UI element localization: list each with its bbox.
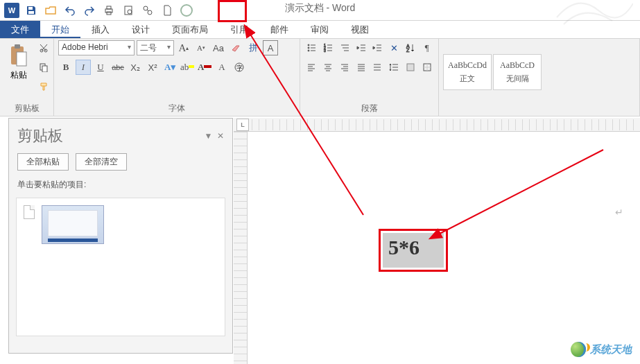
print-icon[interactable] [100,1,118,19]
selected-text: 5*6 [383,233,444,262]
increase-indent-icon[interactable] [370,40,385,55]
change-case-icon[interactable]: Aa [211,40,226,55]
paste-button[interactable]: 粘贴 [4,40,33,84]
enclose-char-icon[interactable]: 字 [232,60,247,75]
group-paragraph: 123 ✕ AZ ¶ 段落 [300,39,439,116]
svg-rect-27 [407,64,414,71]
shading-icon[interactable] [404,60,418,75]
shrink-font-icon[interactable]: A▾ [193,40,209,55]
format-painter-icon[interactable] [36,79,51,94]
title-bar: W 演示文档 - Word [0,0,640,21]
line-spacing-icon[interactable] [387,60,401,75]
clipboard-hint: 单击要粘贴的项目: [9,176,232,193]
clip-page-icon [24,205,35,219]
distribute-icon[interactable] [370,60,385,75]
tab-view[interactable]: 视图 [340,21,380,38]
text-effects-icon[interactable]: A▾ [162,60,178,75]
ribbon: 粘贴 剪贴板 Adobe Hebri 二号 A▴ A▾ Aa 拼 A [0,39,640,116]
svg-rect-0 [28,7,33,10]
phonetic-guide-icon[interactable]: 拼 [245,40,261,55]
tab-mailings[interactable]: 邮件 [259,21,300,38]
svg-rect-1 [28,11,34,14]
svg-point-19 [308,44,309,46]
cut-icon[interactable] [36,40,51,55]
style-no-spacing[interactable]: AaBbCcD 无间隔 [493,54,542,90]
font-family-select[interactable]: Adobe Hebri [58,40,135,55]
bullets-icon[interactable] [304,40,319,55]
borders-icon[interactable] [420,60,434,75]
tab-insert[interactable]: 插入 [80,21,121,38]
svg-rect-3 [107,6,111,9]
document-title: 演示文档 - Word [285,2,356,15]
pane-close-icon[interactable]: ✕ [217,131,224,141]
word-app-icon[interactable]: W [3,1,21,19]
horizontal-ruler[interactable]: L [234,118,640,132]
group-clipboard: 粘贴 剪贴板 [0,39,54,116]
tab-file[interactable]: 文件 [0,21,40,38]
font-size-select[interactable]: 二号 [137,40,174,55]
underline-button[interactable]: U [93,60,108,75]
svg-text:3: 3 [324,49,326,53]
strikethrough-button[interactable]: abc [110,60,126,75]
svg-point-21 [308,50,309,51]
superscript-button[interactable]: X² [145,60,160,75]
undo-icon[interactable] [61,1,79,19]
tab-design[interactable]: 设计 [121,21,161,38]
highlight-color-icon[interactable]: ab [180,60,195,75]
asian-layout-icon[interactable]: ✕ [387,40,401,55]
svg-text:字: 字 [236,64,243,71]
clipboard-pane: 剪贴板 ▼ ✕ 全部粘贴 全部清空 单击要粘贴的项目: [8,118,233,354]
save-icon[interactable] [22,1,40,19]
align-right-icon[interactable] [338,60,352,75]
tab-home[interactable]: 开始 [40,21,80,38]
align-left-icon[interactable] [304,60,319,75]
open-icon[interactable] [42,1,60,19]
document-area: L 5*6 ↵ [234,118,640,364]
tab-layout[interactable]: 页面布局 [161,21,219,38]
document-page[interactable]: 5*6 ↵ [261,143,622,364]
quick-access-toolbar: W [0,1,196,19]
watermark: 系统天地 [571,342,632,357]
ribbon-tabs: 文件 开始 插入 设计 页面布局 引用 邮件 审阅 视图 [0,21,640,39]
print-preview-icon[interactable] [119,1,137,19]
clipboard-item[interactable] [17,198,225,251]
paste-icon [7,43,31,68]
paragraph-mark-icon: ↵ [615,207,623,218]
multilevel-list-icon[interactable] [338,40,352,55]
custom-circle-tool[interactable] [178,1,196,19]
paste-all-button[interactable]: 全部粘贴 [17,153,69,171]
font-color-icon[interactable]: A [197,60,212,75]
clip-screenshot-thumb [42,205,104,244]
svg-point-6 [128,10,132,14]
char-border-icon[interactable]: A [263,40,278,55]
clipboard-items-list [16,198,225,336]
new-doc-icon[interactable] [158,1,176,19]
align-justify-icon[interactable] [354,60,368,75]
numbering-icon[interactable]: 123 [321,40,336,55]
bold-button[interactable]: B [58,60,73,75]
clear-format-icon[interactable] [228,40,243,55]
find-replace-icon[interactable] [139,1,157,19]
show-marks-icon[interactable]: ¶ [420,40,434,55]
subscript-button[interactable]: X₂ [128,60,143,75]
grow-font-icon[interactable]: A▴ [176,40,191,55]
char-shading-icon[interactable]: A [214,60,230,75]
group-font: Adobe Hebri 二号 A▴ A▾ Aa 拼 A B I U abc X₂… [54,39,300,116]
copy-icon[interactable] [36,60,51,75]
italic-button[interactable]: I [76,60,91,75]
clear-all-button[interactable]: 全部清空 [76,153,127,171]
sort-icon[interactable]: AZ [404,40,418,55]
style-normal[interactable]: AaBbCcDd 正文 [443,54,492,90]
tab-review[interactable]: 审阅 [300,21,340,38]
vertical-ruler[interactable] [234,132,248,364]
clipboard-pane-title: 剪贴板 ▼ ✕ [9,119,232,153]
align-center-icon[interactable] [321,60,336,75]
pane-dropdown-icon[interactable]: ▼ [204,131,212,141]
svg-rect-16 [42,66,47,72]
tab-stop-selector[interactable]: L [236,119,249,131]
tab-references[interactable]: 引用 [219,21,259,38]
decrease-indent-icon[interactable] [354,40,368,55]
selected-text-box[interactable]: 5*6 [383,233,444,268]
globe-icon [571,342,586,357]
redo-icon[interactable] [80,1,98,19]
